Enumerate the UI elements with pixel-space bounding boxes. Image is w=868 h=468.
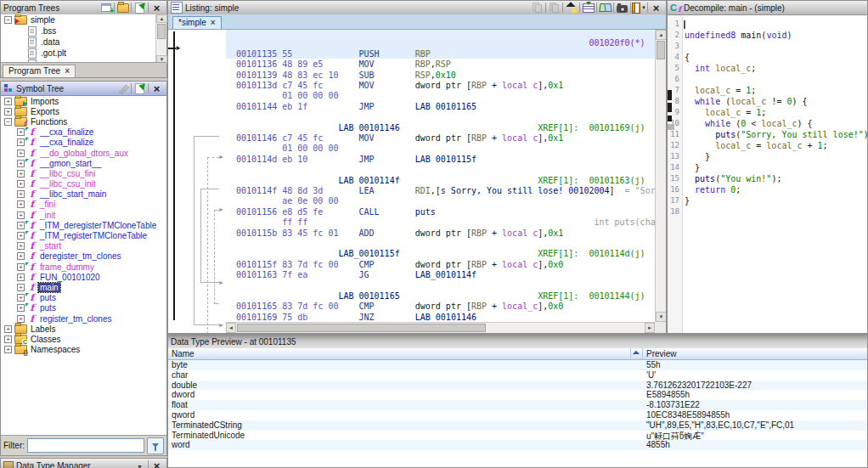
scroll-right-icon[interactable]: ► (645, 323, 655, 333)
expand-toggle[interactable]: + (17, 211, 25, 219)
listing-vscrollbar[interactable]: ▲ ▼ (655, 30, 666, 322)
expand-toggle[interactable]: + (17, 315, 25, 323)
expand-toggle[interactable]: + (17, 294, 25, 302)
expand-toggle[interactable]: + (17, 232, 25, 240)
listing-line[interactable]: ae 0e 00 00 (226, 195, 655, 206)
symbol-tree-item-Labels[interactable]: +Labels (1, 324, 166, 334)
decompile-line[interactable]: } (685, 163, 700, 174)
close-icon[interactable] (149, 2, 164, 14)
scrollbar-thumb[interactable] (157, 24, 166, 39)
listing-line[interactable]: LAB_0010115fXREF[1]:0010114d(j) (226, 248, 655, 258)
symbol-tree-item-Namespaces[interactable]: +Namespaces (1, 345, 166, 355)
listing-line[interactable]: 00101146c7 45 fcMOVdword ptr [RBP + loca… (226, 133, 655, 143)
export-icon[interactable] (132, 2, 147, 14)
collapse-icon[interactable] (132, 460, 147, 468)
tab-program-tree[interactable]: Program Tree × (3, 65, 76, 77)
decompile-line[interactable]: while (local_c != 0) { (685, 97, 808, 108)
close-icon[interactable] (149, 460, 164, 468)
expand-toggle[interactable]: + (17, 149, 25, 157)
listing-line[interactable] (226, 164, 655, 174)
symbol-tree-item-_init[interactable]: +_init (1, 210, 166, 220)
column-header-name[interactable]: Name (168, 348, 631, 359)
expand-toggle[interactable]: + (17, 263, 25, 271)
listing-view[interactable]: ► ►►►► 001020f0(*)0010113555PUSHRBP00101… (168, 30, 666, 333)
listing-line[interactable]: LAB_00101146XREF[1]:00101169(j) (226, 122, 655, 133)
scrollbar-thumb[interactable] (237, 324, 486, 332)
symbol-tree-item-_start[interactable]: +_start (1, 241, 166, 251)
program-tree-view[interactable]: −simple.bss.data.got.plt (1, 14, 166, 64)
program-tree-item-.data[interactable]: .data (1, 37, 166, 48)
decompile-view[interactable]: 123456789101112131415161718 undefined8 m… (668, 15, 867, 333)
expand-toggle[interactable]: + (17, 242, 25, 250)
symbol-tree-item-_ITM_deregisterTMCloneTable[interactable]: +_ITM_deregisterTMCloneTable (1, 220, 166, 230)
expand-toggle[interactable]: + (4, 335, 12, 343)
table-row-double[interactable]: double3.7612623201722103E-227 (168, 381, 867, 391)
symbol-tree-item-__libc_start_main[interactable]: +__libc_start_main (1, 189, 166, 200)
snapshot-icon[interactable] (615, 2, 629, 14)
table-row-float[interactable]: float-8.103731E22 (168, 400, 867, 410)
decompile-line[interactable]: } (685, 196, 690, 207)
tab-simple[interactable]: *simple × (172, 16, 222, 29)
tab-close-icon[interactable]: × (65, 66, 70, 76)
table-row-char[interactable]: char'U' (168, 370, 867, 381)
tab-close-icon[interactable]: × (211, 18, 216, 27)
symbol-tree-item-_ITM_registerTMCloneTable[interactable]: +_ITM_registerTMCloneTable (1, 230, 166, 240)
listing-line[interactable]: 0010113dc7 45 fcMOVdword ptr [RBP + loca… (226, 80, 655, 90)
expand-toggle[interactable]: + (4, 98, 12, 105)
table-row-TerminatedCString[interactable]: TerminatedCString"UH",89,E5,"H",83,EC,10… (168, 420, 867, 431)
listing-hscrollbar[interactable]: ◄ ► (226, 322, 655, 333)
symbol-tree-item-register_tm_clones[interactable]: +register_tm_clones (1, 313, 166, 324)
listing-line[interactable] (226, 280, 655, 290)
listing-line[interactable]: 01 00 00 00 (226, 90, 655, 100)
scroll-up-icon[interactable]: ▲ (656, 30, 666, 40)
copy-icon[interactable] (530, 2, 544, 14)
listing-line[interactable]: 0010116583 7d fc 00CMPdword ptr [RBP + l… (226, 301, 655, 311)
scroll-left-icon[interactable]: ◄ (226, 323, 236, 333)
decompile-line[interactable]: local_c = 1; (685, 108, 766, 119)
expand-toggle[interactable]: + (17, 128, 25, 136)
column-header-preview[interactable]: Preview (643, 348, 867, 359)
symbol-tree-item-deregister_tm_clones[interactable]: +deregister_tm_clones (1, 251, 166, 262)
symbol-tree-item-__libc_csu_fini[interactable]: +__libc_csu_fini (1, 168, 166, 178)
listing-line[interactable]: 0010113648 89 e5MOVRBP,RSP (226, 59, 655, 69)
symbol-tree-item-Classes[interactable]: +Classes (1, 334, 166, 344)
decompile-line[interactable]: return 0; (685, 185, 741, 196)
diff-view-icon[interactable] (598, 2, 612, 14)
listing-line[interactable]: 0010114deb 10JMPLAB_0010115f (226, 154, 655, 164)
program-tree-item-simple[interactable]: −simple (1, 14, 166, 25)
symbol-tree-item-__cxa_finalize[interactable]: +__cxa_finalize (1, 138, 166, 148)
scrollbar-thumb[interactable] (657, 41, 665, 59)
expand-toggle[interactable]: + (17, 180, 25, 188)
bookmark-menu-icon[interactable]: ▼ (632, 2, 646, 14)
decompile-line[interactable]: } (685, 152, 710, 163)
edit-icon[interactable] (116, 82, 130, 95)
expand-toggle[interactable]: + (17, 252, 25, 260)
symbol-tree-item-_fini[interactable]: +_fini (1, 200, 166, 210)
expand-toggle[interactable]: + (17, 170, 25, 178)
symbol-tree-item-Imports[interactable]: +Imports (1, 96, 166, 106)
program-tree-item-.got.plt[interactable]: .got.plt (1, 48, 166, 59)
symbol-tree-item-Functions[interactable]: −Functions (1, 116, 166, 127)
symbol-tree-item-frame_dummy[interactable]: +frame_dummy (1, 262, 166, 272)
listing-line[interactable]: LAB_0010114fXREF[1]:00101163(j) (226, 175, 655, 185)
expand-toggle[interactable]: + (4, 108, 12, 116)
close-icon[interactable] (149, 82, 164, 95)
decompile-line[interactable]: local_c = 1; (685, 86, 756, 97)
program-tree-scrollbar[interactable]: ▲ ▼ (155, 14, 166, 64)
scroll-up-icon[interactable]: ▲ (156, 14, 167, 23)
expand-toggle[interactable]: + (17, 160, 25, 167)
listing-line[interactable] (226, 238, 655, 248)
decompile-line[interactable]: puts("You win!"); (685, 174, 781, 185)
expand-toggle[interactable]: + (17, 304, 25, 312)
table-row-TerminatedUnicode[interactable]: TerminatedUnicodeu"䡕口荈წ䗇Ǽ" (168, 431, 867, 441)
listing-line[interactable]: 0010115f83 7d fc 00CMPdword ptr [RBP + l… (226, 259, 655, 269)
expand-toggle[interactable]: − (4, 118, 12, 126)
listing-line[interactable]: 00101156e8 d5 feCALLputs (226, 206, 655, 217)
listing-line[interactable]: ff ffint puts(cha (226, 217, 655, 227)
listing-line[interactable]: 0010114f48 8d 3dLEARDI,[s_Sorry,_You_sti… (226, 185, 655, 195)
listing-line[interactable]: 001020f0(*) (226, 37, 655, 48)
table-row-dword[interactable]: dwordE5894855h (168, 390, 867, 400)
open-folder-icon[interactable] (116, 2, 130, 14)
symbol-tree-item-__libc_csu_init[interactable]: +__libc_csu_init (1, 179, 166, 189)
listing-line[interactable]: 0010116975 dbJNZLAB_00101146 (226, 312, 655, 322)
